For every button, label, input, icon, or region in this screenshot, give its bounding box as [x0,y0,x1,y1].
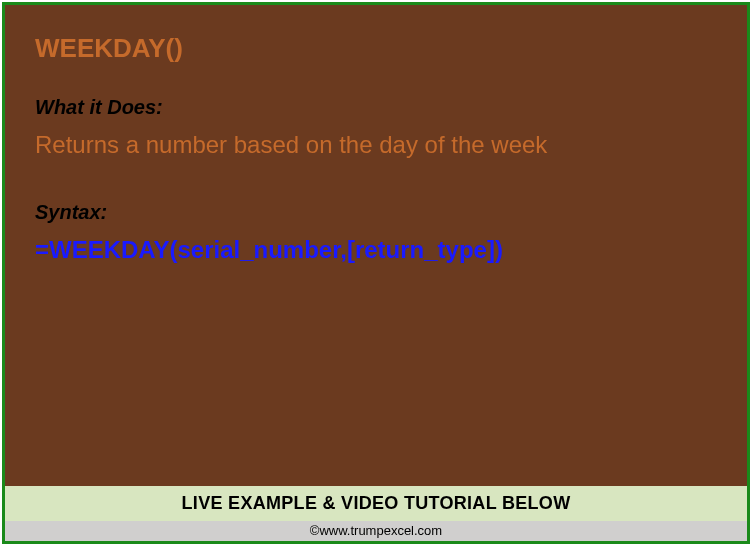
function-description: Returns a number based on the day of the… [35,131,717,159]
tutorial-banner: LIVE EXAMPLE & VIDEO TUTORIAL BELOW [5,486,747,521]
content-area: WEEKDAY() What it Does: Returns a number… [5,5,747,486]
syntax-formula: =WEEKDAY(serial_number,[return_type]) [35,236,717,264]
function-card: WEEKDAY() What it Does: Returns a number… [2,2,750,544]
what-it-does-label: What it Does: [35,96,717,119]
syntax-label: Syntax: [35,201,717,224]
function-title: WEEKDAY() [35,33,717,64]
copyright-footer: ©www.trumpexcel.com [5,521,747,541]
